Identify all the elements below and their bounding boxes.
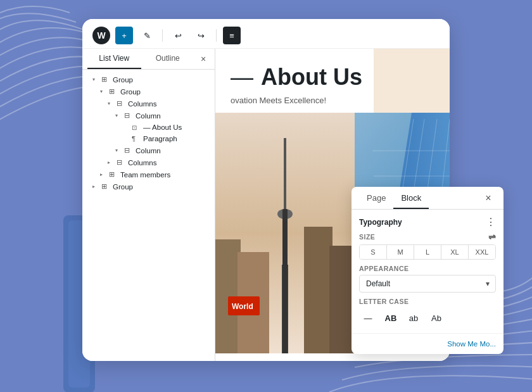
list-view-panel: List View Outline × ▾ ⊞ Group ▾ ⊞ Group … xyxy=(82,49,215,361)
menu-button[interactable]: ≡ xyxy=(223,27,241,44)
size-btn-l[interactable]: L xyxy=(414,245,441,259)
tab-block[interactable]: Block xyxy=(393,187,429,209)
tree-item-columns[interactable]: ▾ ⊟ Columns xyxy=(82,98,215,110)
appearance-label: APPEARANCE xyxy=(359,265,496,272)
tree-arrow: ▸ xyxy=(92,184,99,189)
svg-point-5 xyxy=(277,209,293,219)
tree-arrow: ▾ xyxy=(115,113,122,118)
tree-item-group-3[interactable]: ▸ ⊞ Group xyxy=(82,180,215,193)
list-panel-tabs: List View Outline × xyxy=(82,49,215,70)
case-btn-capitalize[interactable]: Ab xyxy=(428,309,445,327)
tree-label: — About Us xyxy=(143,123,182,131)
tree-label: Columns xyxy=(128,159,156,167)
show-more-section: Show Me Mo... xyxy=(352,333,504,354)
show-more-link[interactable]: Show Me Mo... xyxy=(447,340,496,348)
redo-button[interactable]: ↪ xyxy=(192,27,210,44)
add-block-button[interactable]: + xyxy=(115,27,133,44)
tree-view: ▾ ⊞ Group ▾ ⊞ Group ▾ ⊟ Columns ▾ ⊟ xyxy=(82,70,215,196)
tree-label: Team members xyxy=(120,171,170,179)
tree-label: Column xyxy=(136,147,161,155)
block-settings-panel: Page Block × Typography ⋮ SIZE ⇌ S M L X… xyxy=(352,187,504,354)
letter-case-buttons: — AB ab Ab xyxy=(359,309,496,327)
tab-page[interactable]: Page xyxy=(359,187,393,209)
list-panel-close[interactable]: × xyxy=(197,53,210,65)
typography-section-header: Typography ⋮ xyxy=(359,216,496,228)
tree-arrow: ▾ xyxy=(123,136,129,142)
tree-label: Group xyxy=(120,88,141,96)
tree-item-column-2[interactable]: ▾ ⊟ Column xyxy=(82,144,215,156)
column-icon-2: ⊟ xyxy=(124,146,133,155)
block-panel-header: Page Block × xyxy=(352,187,504,210)
tab-list-view[interactable]: List View xyxy=(87,49,141,69)
block-panel-body: Typography ⋮ SIZE ⇌ S M L XL XXL APPEARA… xyxy=(352,210,504,333)
edit-button[interactable]: ✎ xyxy=(138,27,156,44)
toolbar-separator-2 xyxy=(216,29,217,42)
group-icon-2: ⊞ xyxy=(109,87,118,96)
columns-icon-2: ⊟ xyxy=(117,158,125,167)
paragraph-icon: ¶ xyxy=(132,135,141,142)
group-icon: ⊞ xyxy=(101,75,110,84)
typography-more-icon[interactable]: ⋮ xyxy=(486,216,496,228)
tree-item-team-members[interactable]: ▸ ⊞ Team members xyxy=(82,168,215,180)
column-icon: ⊟ xyxy=(124,111,133,120)
size-buttons-group: S M L XL XXL xyxy=(359,244,496,260)
tree-arrow: ▾ xyxy=(115,148,122,153)
appearance-select[interactable]: Default Thin Light Regular Medium Bold B… xyxy=(359,275,496,293)
filter-icon[interactable]: ⇌ xyxy=(488,232,497,242)
heading-dash: — xyxy=(231,64,253,91)
tree-item-column-1[interactable]: ▾ ⊟ Column xyxy=(82,110,215,122)
tree-item-group-1[interactable]: ▾ ⊞ Group xyxy=(82,73,215,85)
tree-arrow: ▾ xyxy=(108,101,114,106)
size-section: SIZE ⇌ xyxy=(359,232,496,242)
letter-case-label: LETTER CASE xyxy=(359,298,496,305)
appearance-select-wrap: Default Thin Light Regular Medium Bold B… xyxy=(359,275,496,293)
tab-outline[interactable]: Outline xyxy=(141,49,195,69)
editor-toolbar: W + ✎ ↩ ↪ ≡ xyxy=(82,19,450,49)
tree-item-paragraph[interactable]: ▾ ¶ Paragraph xyxy=(82,133,215,144)
tree-arrow: ▾ xyxy=(123,125,129,130)
tree-item-group-2[interactable]: ▾ ⊞ Group xyxy=(82,85,215,98)
wp-logo-icon[interactable]: W xyxy=(92,27,110,44)
heading-icon: ⊡ xyxy=(132,124,141,131)
svg-rect-6 xyxy=(282,265,288,353)
tree-arrow: ▸ xyxy=(108,160,114,165)
heading-text: About Us xyxy=(261,64,362,91)
tree-item-columns-2[interactable]: ▸ ⊟ Columns xyxy=(82,156,215,168)
undo-button[interactable]: ↩ xyxy=(169,27,187,44)
tree-arrow: ▸ xyxy=(100,172,106,177)
tree-arrow: ▾ xyxy=(100,89,106,94)
toolbar-separator xyxy=(162,29,163,42)
svg-rect-4 xyxy=(284,138,286,265)
svg-text:World: World xyxy=(232,302,253,311)
svg-rect-10 xyxy=(329,246,355,353)
case-btn-uppercase[interactable]: AB xyxy=(382,309,400,327)
tree-label: Columns xyxy=(128,100,156,108)
tree-item-about-us[interactable]: ▾ ⊡ — About Us xyxy=(82,122,215,133)
columns-icon: ⊟ xyxy=(117,99,125,108)
size-btn-s[interactable]: S xyxy=(360,245,387,259)
size-btn-xl[interactable]: XL xyxy=(441,245,469,259)
tree-label: Paragraph xyxy=(143,135,177,142)
case-btn-lowercase[interactable]: ab xyxy=(405,309,422,327)
case-btn-none[interactable]: — xyxy=(359,309,377,327)
block-panel-close-button[interactable]: × xyxy=(481,191,496,206)
size-btn-xxl[interactable]: XXL xyxy=(469,245,495,259)
team-icon: ⊞ xyxy=(109,170,118,179)
svg-rect-9 xyxy=(304,227,332,353)
tree-arrow: ▾ xyxy=(92,77,99,82)
tree-label: Group xyxy=(113,183,133,191)
tree-label: Group xyxy=(113,76,133,84)
tree-label: Column xyxy=(136,112,161,120)
size-label: SIZE xyxy=(359,233,375,241)
city-building-image: World xyxy=(215,113,355,353)
size-btn-m[interactable]: M xyxy=(387,245,414,259)
group-icon-3: ⊞ xyxy=(101,182,110,191)
typography-label: Typography xyxy=(359,218,402,227)
